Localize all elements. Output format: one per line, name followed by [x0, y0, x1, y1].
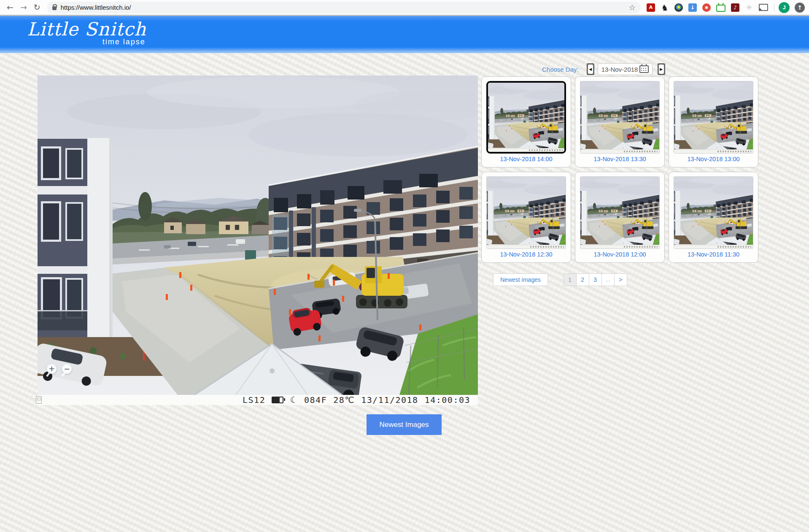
thumbnail-label[interactable]: 13-Nov-2018 13:30 [593, 156, 646, 162]
thumbnail-timestamp-strip [674, 149, 753, 153]
thumbnail-label[interactable]: 13-Nov-2018 13:00 [687, 156, 739, 162]
previous-day-button[interactable]: ◀ [587, 63, 594, 75]
stamp-time: 14:00:03 [425, 395, 470, 405]
zoom-out-button[interactable]: − [62, 364, 72, 374]
pagination-newest-button[interactable]: Newest images [493, 273, 548, 286]
ninja-extension-icon[interactable]: ♞ [661, 3, 669, 12]
thumbnail-timestamp-strip [580, 149, 659, 153]
thumbnail-timestamp-strip [488, 148, 564, 152]
site-logo: Little Snitch time lapse [27, 19, 146, 46]
adobe-acrobat-extension-icon[interactable]: A [647, 3, 655, 12]
chevron-right-icon: ▶ [659, 65, 664, 74]
broken-image-icon [36, 396, 42, 404]
record-extension-icon[interactable] [702, 3, 711, 12]
stamp-date: 13/11/2018 [361, 395, 418, 405]
pagination-page-3[interactable]: 3 [589, 273, 602, 286]
thumbnail-timestamp-strip [674, 245, 753, 248]
address-bar[interactable]: https://www.littlesnitch.io/ ☆ [47, 2, 641, 14]
camera-photo [38, 76, 478, 395]
temperature-c: 28℃ [333, 395, 355, 405]
chevron-left-icon: ◀ [588, 65, 593, 74]
color-wheel-extension-icon[interactable] [674, 3, 683, 12]
thumbnail-image[interactable] [674, 176, 753, 249]
thumbnail-label[interactable]: 13-Nov-2018 12:00 [593, 251, 646, 258]
thumbnail-image[interactable] [580, 81, 660, 154]
forward-icon[interactable]: → [20, 3, 27, 11]
tv-extension-icon[interactable] [716, 5, 725, 12]
site-header: Little Snitch time lapse [0, 16, 809, 53]
pagination-page-1[interactable]: 1 [564, 273, 577, 286]
frost-extension-icon[interactable]: ✳ [745, 3, 753, 12]
thumbnail-card: 13-Nov-2018 12:30 [481, 172, 571, 263]
download-extension-icon[interactable]: ↓ [688, 3, 697, 12]
thumbnail-card: 13-Nov-2018 13:00 [669, 76, 758, 167]
pagination-page-2[interactable]: 2 [576, 273, 589, 286]
pagination: Newest images 1 2 3 … > [493, 273, 627, 286]
date-value: 13-Nov-2018 [601, 66, 638, 73]
thumbnail-timestamp-strip [580, 245, 659, 248]
thumbnail-image[interactable] [486, 176, 566, 249]
photo-zoom-controls: + − [47, 364, 72, 374]
pagination-next-button[interactable]: > [614, 273, 627, 286]
thumbnail-label[interactable]: 13-Nov-2018 12:30 [500, 251, 552, 258]
logo-title: Little Snitch [27, 19, 146, 39]
speaker-extension-icon[interactable]: ♪ [731, 3, 739, 12]
thumbnail-label[interactable]: 13-Nov-2018 14:00 [500, 156, 552, 162]
bookmark-star-icon[interactable]: ☆ [629, 3, 636, 12]
moon-icon: ☾ [290, 395, 298, 405]
browser-toolbar: ← → ↻ https://www.littlesnitch.io/ ☆ A ♞… [0, 0, 809, 16]
url-text: https://www.littlesnitch.io/ [61, 4, 131, 11]
thumbnail-card: 13-Nov-2018 13:30 [575, 76, 665, 167]
date-picker-field[interactable]: 13-Nov-2018 [598, 63, 653, 75]
camera-viewer: + − LS12 ☾ 084F 28℃ 13/11/2018 14:00:03 [38, 76, 478, 405]
temperature-f: 084F [304, 395, 327, 405]
lock-icon [52, 6, 57, 10]
toolbar-divider [774, 3, 774, 12]
thumbnail-timestamp-strip [487, 245, 566, 248]
pagination-ellipsis: … [601, 273, 615, 286]
next-day-button[interactable]: ▶ [658, 63, 665, 75]
profile-avatar[interactable]: J [779, 2, 790, 13]
reload-icon[interactable]: ↻ [34, 3, 40, 11]
thumbnail-card: 13-Nov-2018 11:30 [669, 172, 758, 263]
battery-icon [272, 397, 283, 403]
thumbnail-label[interactable]: 13-Nov-2018 11:30 [688, 251, 739, 258]
thumbnail-image-selected[interactable] [486, 81, 566, 154]
back-icon[interactable]: ← [7, 3, 13, 11]
choose-day-row: Choose Day: ◀ 13-Nov-2018 ▶ [542, 63, 665, 75]
thumbnail-card: 13-Nov-2018 12:00 [575, 172, 665, 263]
thumbnail-grid: 13-Nov-2018 14:00 13-Nov-2018 13:30 13-N… [481, 76, 763, 263]
newest-images-button[interactable]: Newest Images [367, 414, 442, 435]
thumbnail-image[interactable] [674, 81, 753, 154]
extensions-row: A ♞ ↓ ♪ ✳ [647, 3, 768, 12]
cast-icon[interactable] [759, 4, 768, 11]
station-id: LS12 [243, 395, 265, 405]
calendar-icon [639, 65, 649, 73]
thumbnail-card: 13-Nov-2018 14:00 [481, 76, 571, 167]
choose-day-label: Choose Day: [542, 66, 579, 73]
thumbnail-image[interactable] [580, 176, 660, 249]
timestamp-bar: LS12 ☾ 084F 28℃ 13/11/2018 14:00:03 [38, 395, 478, 405]
update-arrow-icon[interactable]: ↑ [795, 3, 805, 13]
zoom-in-button[interactable]: + [47, 364, 57, 374]
